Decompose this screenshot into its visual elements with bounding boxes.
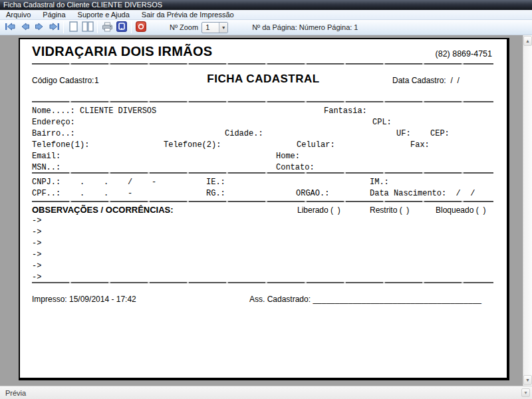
- obs-line-arrow: ->: [32, 250, 41, 259]
- form-divider: [32, 201, 493, 202]
- menu-suporte-e-ajuda[interactable]: Suporte e Ajuda: [72, 10, 136, 20]
- field-contato: Contato:: [276, 163, 315, 172]
- company-name: VIDRAÇARIA DOIS IRMÃOS: [32, 44, 212, 59]
- status-restrito: Restrito ( ): [370, 205, 409, 215]
- document-page: VIDRAÇARIA DOIS IRMÃOS (82) 8869-4751 Có…: [19, 38, 509, 380]
- menu-sair-da-previa[interactable]: Sair da Prévia de Impressão: [136, 10, 240, 20]
- title-bar: Ficha Cadastral do Cliente CLIENTE DIVER…: [0, 0, 532, 10]
- field-home: Home:: [276, 152, 300, 161]
- observacoes-title: OBSERVAÇÕES / OCORRÊNCIAS:: [32, 205, 174, 215]
- first-page-icon: [5, 23, 16, 32]
- toolbar-separator: [131, 21, 132, 33]
- field-endereco: Endereço:: [32, 118, 75, 127]
- last-page-icon: [49, 23, 60, 32]
- toolbar-separator: [97, 21, 98, 33]
- footer-assinatura: Ass. Cadastrado: _______________________…: [249, 295, 481, 304]
- company-phone: (82) 8869-4751: [436, 49, 492, 59]
- field-nome: Nome....: CLIENTE DIVERSOS: [32, 106, 156, 116]
- resize-grip[interactable]: ▾: [521, 388, 530, 397]
- form-divider: [32, 282, 493, 283]
- field-bairro: Bairro..:: [32, 129, 75, 138]
- scroll-up-button[interactable]: ▲: [523, 36, 532, 46]
- data-cadastro-label: Data Cadastro: / /: [392, 76, 460, 85]
- toolbar-separator: [63, 21, 64, 33]
- print-button[interactable]: [100, 21, 114, 34]
- form-divider: [32, 63, 493, 65]
- obs-line-arrow: ->: [32, 227, 41, 237]
- field-email: Email:: [32, 152, 61, 161]
- field-ie: IE.:: [206, 178, 225, 187]
- page-setup-icon: [116, 21, 127, 33]
- preview-area: VIDRAÇARIA DOIS IRMÃOS (82) 8869-4751 Có…: [0, 35, 532, 386]
- field-fax: Fax:: [410, 140, 430, 150]
- last-page-button[interactable]: [47, 21, 61, 34]
- status-text: Prévia: [5, 389, 26, 397]
- form-divider: [32, 172, 493, 174]
- field-celular: Celular:: [297, 140, 335, 150]
- zoom-label: Nº Zoom: [170, 23, 198, 31]
- arrow-up-icon: ▲: [525, 39, 530, 43]
- single-page-icon: [69, 21, 78, 33]
- next-page-icon: [35, 23, 45, 32]
- field-data-nascimento: Data Nascimento: / /: [370, 189, 475, 198]
- form-divider: [32, 101, 493, 102]
- zoom-dropdown-value: 1: [202, 23, 219, 31]
- two-pages-icon: [82, 21, 94, 33]
- obs-line-arrow: ->: [32, 273, 41, 282]
- exit-preview-button[interactable]: [134, 21, 148, 34]
- prev-page-icon: [20, 23, 30, 32]
- field-rg: RG.:: [206, 189, 225, 198]
- page-number-info: Nº da Página: Número Página: 1: [252, 23, 358, 31]
- menu-arquivo[interactable]: Arquivo: [0, 10, 37, 20]
- field-cidade: Cidade.:: [225, 129, 263, 138]
- first-page-button[interactable]: [3, 21, 17, 34]
- previous-page-button[interactable]: [17, 21, 32, 34]
- next-page-button[interactable]: [32, 21, 47, 34]
- obs-line-arrow: ->: [32, 216, 41, 225]
- field-uf: UF:: [396, 129, 411, 138]
- status-bar: Prévia ▾: [0, 386, 532, 399]
- obs-line-arrow: ->: [32, 261, 41, 271]
- field-cpl: CPL:: [372, 118, 392, 127]
- field-telefone2: Telefone(2):: [164, 140, 221, 150]
- menu-bar: Arquivo Página Suporte e Ajuda Sair da P…: [0, 10, 532, 20]
- field-fantasia: Fantasia:: [324, 106, 367, 116]
- field-msn: MSN..:: [32, 163, 61, 172]
- single-page-view-button[interactable]: [66, 21, 80, 34]
- field-orgao: ORGAO.:: [296, 189, 329, 198]
- page-setup-button[interactable]: [114, 21, 129, 34]
- exit-preview-icon: [136, 21, 146, 33]
- arrow-down-icon: ▼: [525, 378, 530, 382]
- status-bloqueado: Bloqueado ( ): [436, 205, 485, 215]
- field-im: IM.:: [370, 178, 389, 187]
- obs-line-arrow: ->: [32, 239, 41, 248]
- two-page-view-button[interactable]: [80, 21, 95, 34]
- scroll-down-button[interactable]: ▼: [523, 375, 532, 385]
- print-icon: [102, 22, 113, 33]
- status-liberado: Liberado ( ): [297, 205, 340, 215]
- toolbar: Nº Zoom 1 ▼ Nº da Página: Número Página:…: [0, 20, 532, 35]
- chevron-down-icon: ▼: [219, 23, 227, 33]
- field-telefone1: Telefone(1):: [32, 140, 89, 150]
- zoom-dropdown[interactable]: 1 ▼: [201, 22, 228, 33]
- footer-impresso: Impresso: 15/09/2014 - 17:42: [32, 295, 136, 304]
- menu-pagina[interactable]: Página: [37, 10, 71, 20]
- window-title: Ficha Cadastral do Cliente CLIENTE DIVER…: [3, 1, 162, 9]
- vertical-scrollbar[interactable]: ▲ ▼: [523, 35, 532, 386]
- field-cep: CEP:: [430, 129, 450, 138]
- field-cpf: CPF..: . . -: [32, 189, 132, 198]
- field-cnpj: CNPJ.: . . / -: [32, 178, 156, 187]
